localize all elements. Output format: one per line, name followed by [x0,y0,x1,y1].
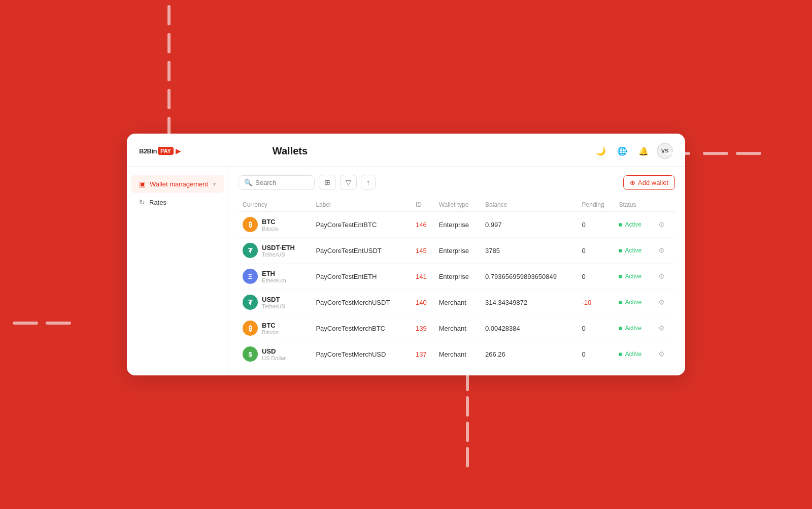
currency-cell: $ USD US Dollar [239,341,312,367]
action-cell: ⚙ [652,264,675,290]
language-button[interactable]: 🌐 [614,143,630,159]
chevron-down-icon: ▾ [213,181,216,187]
status-active: Active [619,273,648,280]
currency-name: US Dollar [262,355,286,361]
status-active: Active [619,325,648,332]
search-input[interactable] [255,179,309,186]
balance-cell: 0.00428384 [481,315,578,341]
pending-cell: -10 [578,290,615,315]
currency-code: USDT-ETH [262,244,295,251]
add-wallet-button[interactable]: ⊕ Add wallet [623,175,675,190]
user-avatar[interactable]: VS [657,143,673,159]
search-box[interactable]: 🔍 [239,175,315,190]
action-cell: ⚙ [652,341,675,367]
status-active: Active [619,247,648,254]
balance-cell: 3785 [481,238,578,264]
status-dot [619,327,622,330]
currency-logo: ₿ [243,321,258,336]
status-dot [619,353,622,356]
currency-cell: ₿ BTC Bitcoin [239,212,312,238]
id-cell: 146 [412,212,435,238]
status-label: Active [625,247,641,254]
col-id: ID [412,198,435,212]
currency-info: Ξ ETH Ethereum [243,269,308,284]
sidebar-rates-label: Rates [149,199,166,206]
currency-logo: $ [243,346,258,362]
balance-cell: 0.997 [481,212,578,238]
col-wallet-type: Wallet type [435,198,481,212]
main-card: B2Bin PAY ▶ Wallets 🌙 🌐 🔔 VS ▣ Wall [127,134,685,375]
dark-mode-button[interactable]: 🌙 [593,143,609,159]
wallet-type-cell: Merchant [435,315,481,341]
col-status: Status [615,198,652,212]
status-active: Active [619,299,648,306]
table-row: ₿ BTC Bitcoin PayCoreTestMerchBTC139Merc… [239,315,675,341]
status-label: Active [625,325,641,332]
moon-icon: 🌙 [596,146,606,156]
columns-button[interactable]: ⊞ [319,175,336,190]
action-cell: ⚙ [652,212,675,238]
wallet-type-cell: Enterprise [435,238,481,264]
logo: B2Bin PAY ▶ [139,147,181,155]
gear-button[interactable]: ⚙ [656,244,667,257]
add-wallet-plus-icon: ⊕ [630,179,635,186]
currency-name: TetherUS [262,303,285,309]
gear-button[interactable]: ⚙ [656,348,667,360]
status-label: Active [625,351,641,358]
col-pending: Pending [578,198,615,212]
gear-button[interactable]: ⚙ [656,296,667,308]
currency-text: USD US Dollar [262,347,286,361]
table-container: Currency Label ID Wallet type Balance Pe… [239,198,675,367]
gear-button[interactable]: ⚙ [656,322,667,334]
logo-arrow-icon: ▶ [176,147,181,155]
status-cell: Active [615,264,652,290]
notifications-button[interactable]: 🔔 [635,143,652,159]
currency-info: ₮ USDT TetherUS [243,295,308,310]
wallet-type-cell: Merchant [435,290,481,315]
sidebar-item-wallet-management[interactable]: ▣ Wallet management ▾ [131,175,224,193]
upload-button[interactable]: ↑ [361,175,376,190]
filter-button[interactable]: ▽ [340,175,357,190]
wallets-table: Currency Label ID Wallet type Balance Pe… [239,198,675,367]
currency-logo: ₮ [243,295,258,310]
table-row: ₮ USDT TetherUS PayCoreTestMerchUSDT140M… [239,290,675,315]
wallet-type-cell: Enterprise [435,264,481,290]
table-row: ₿ BTC Bitcoin PayCoreTestEntBTC146Enterp… [239,212,675,238]
table-row: Ξ ETH Ethereum PayCoreTestEntETH141Enter… [239,264,675,290]
status-cell: Active [615,290,652,315]
col-currency: Currency [239,198,312,212]
currency-info: ₿ BTC Bitcoin [243,321,308,336]
status-cell: Active [615,341,652,367]
bell-icon: 🔔 [638,146,649,156]
currency-name: Bitcoin [262,329,279,335]
id-cell: 139 [412,315,435,341]
currency-info: ₮ USDT-ETH TetherUS [243,243,308,258]
currency-text: BTC Bitcoin [262,322,279,335]
currency-cell: ₮ USDT TetherUS [239,290,312,315]
card-header: B2Bin PAY ▶ Wallets 🌙 🌐 🔔 VS [127,134,685,167]
currency-cell: ₿ BTC Bitcoin [239,315,312,341]
currency-text: BTC Bitcoin [262,218,279,232]
table-row: $ USD US Dollar PayCoreTestMerchUSD137Me… [239,341,675,367]
col-label: Label [312,198,412,212]
col-actions [652,198,675,212]
status-active: Active [619,221,648,228]
currency-code: BTC [262,322,279,329]
currency-name: Ethereum [262,277,286,283]
status-dot [619,223,622,227]
label-cell: PayCoreTestMerchUSD [312,341,412,367]
sidebar-item-rates[interactable]: ↻ Rates [131,193,224,211]
id-cell: 137 [412,341,435,367]
currency-cell: Ξ ETH Ethereum [239,264,312,290]
pending-cell: 0 [578,264,615,290]
status-label: Active [625,299,641,306]
filter-icon: ▽ [346,178,351,186]
gear-button[interactable]: ⚙ [656,270,667,282]
currency-cell: ₮ USDT-ETH TetherUS [239,238,312,264]
currency-code: USDT [262,296,285,303]
balance-cell: 314.34349872 [481,290,578,315]
globe-icon: 🌐 [617,146,627,156]
currency-logo: ₮ [243,243,258,258]
gear-button[interactable]: ⚙ [656,218,667,231]
pending-cell: 0 [578,341,615,367]
